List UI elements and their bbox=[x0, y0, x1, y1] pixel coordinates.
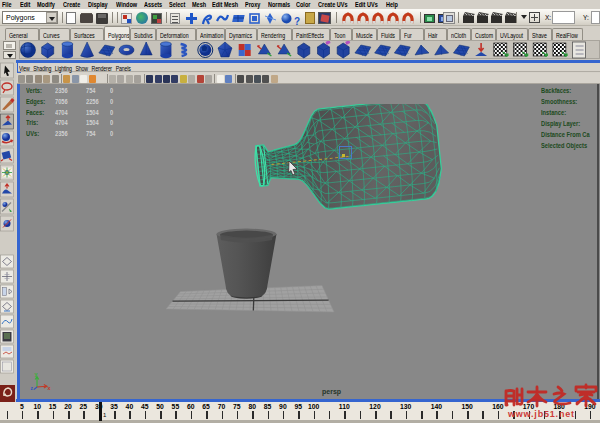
svg-text:www.jb51.net: www.jb51.net bbox=[507, 409, 575, 419]
svg-text:z: z bbox=[31, 385, 34, 391]
svg-text:x: x bbox=[48, 385, 52, 391]
svg-text:y: y bbox=[35, 371, 39, 377]
